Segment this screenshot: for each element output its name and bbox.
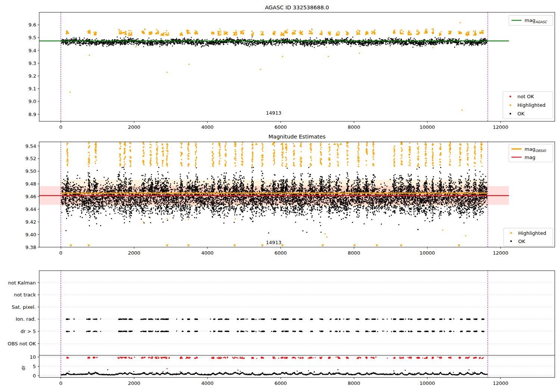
- dr-tick-label: 0: [33, 373, 36, 379]
- scatter-flags-row1: [66, 331, 484, 332]
- middle-chart-title: Magnitude Estimates: [39, 134, 555, 140]
- y-tick-label: 9.0: [28, 99, 36, 104]
- legend-label: OK: [518, 239, 525, 244]
- x-tick-label: 0: [59, 124, 62, 130]
- legend-label: mag: [525, 155, 535, 160]
- legend-label: Highlighted: [518, 230, 546, 236]
- x-tick-label: 6000: [274, 380, 287, 386]
- x-tick-label: 2000: [128, 380, 140, 386]
- scatter-not-ok-dr: [67, 357, 483, 368]
- clip-triangle-down: [376, 245, 378, 247]
- flag-row-label: not Kalman: [8, 280, 36, 286]
- x-tick-label: 0: [59, 250, 62, 256]
- dr-tick-label: 10: [29, 354, 36, 360]
- legend-label: Highlighted: [517, 102, 545, 108]
- x-tick-label: 2000: [128, 250, 140, 256]
- legend-dot-sample: [510, 104, 511, 106]
- y-tick-label: 9.6: [28, 22, 36, 28]
- x-tick-label: 6000: [274, 250, 287, 256]
- legend-dot-sample: [510, 96, 511, 97]
- y-tick-label: 8.9: [28, 112, 36, 117]
- top-chart-title: AGASC ID 332538688.0: [39, 4, 555, 10]
- clip-triangle-up: [333, 143, 336, 145]
- x-tick-label: 10000: [420, 124, 435, 130]
- clip-triangle-down: [353, 245, 356, 247]
- x-tick-label: 12000: [493, 124, 508, 130]
- legend-dot-sample: [510, 240, 512, 242]
- legend-dot-sample: [510, 232, 512, 234]
- clip-triangle-down: [400, 245, 402, 247]
- dr-axis-label: dr: [21, 365, 26, 370]
- clip-triangle-down: [69, 245, 72, 247]
- flag-row-label: Ion. rad.: [16, 316, 36, 322]
- y-tick-label: 9.46: [25, 194, 36, 199]
- y-tick-label: 9.52: [25, 156, 36, 161]
- clip-triangle-down: [321, 245, 324, 247]
- y-tick-label: 9.2: [28, 73, 36, 79]
- flag-row-label: OBS not OK: [8, 341, 36, 346]
- clip-triangle-up: [166, 143, 168, 145]
- y-tick-label: 9.48: [25, 181, 36, 187]
- clip-triangle-up: [459, 143, 461, 145]
- clip-triangle-up: [339, 143, 342, 145]
- x-tick-label: 0: [59, 380, 62, 386]
- x-tick-label: 8000: [348, 124, 360, 130]
- axes-spines: [39, 12, 555, 121]
- scatter-flags-row0: [66, 319, 484, 320]
- y-tick-label: 9.3: [28, 60, 36, 66]
- axes-spines: [39, 271, 555, 377]
- clip-triangle-up: [432, 143, 434, 145]
- x-tick-label: 12000: [493, 250, 508, 256]
- clip-triangle-up: [255, 143, 258, 145]
- legend-label: not OK: [517, 94, 534, 99]
- x-tick-label: 10000: [420, 380, 435, 386]
- dr-tick-label: 5: [33, 364, 36, 369]
- middle-chart-annotation: 14913: [251, 240, 296, 245]
- clip-triangle-down: [458, 245, 460, 247]
- figure-svg: 0200040006000800010000120008.99.09.19.29…: [0, 0, 560, 392]
- y-tick-label: 9.54: [25, 143, 36, 149]
- x-tick-label: 4000: [201, 124, 214, 130]
- figure: 0200040006000800010000120008.99.09.19.29…: [0, 0, 560, 392]
- x-tick-label: 8000: [348, 250, 360, 256]
- scatter-dr-trace: [61, 370, 487, 375]
- x-tick-label: 8000: [348, 380, 360, 386]
- clip-triangle-down: [166, 245, 168, 247]
- clip-triangle-down: [87, 245, 90, 247]
- y-tick-label: 9.40: [25, 232, 36, 237]
- legend-dot-sample: [510, 113, 511, 114]
- scatter-ok-top: [62, 37, 487, 47]
- flag-row-label: not track: [14, 292, 36, 298]
- clip-triangle-down: [187, 245, 190, 247]
- x-tick-label: 6000: [274, 124, 287, 130]
- scatter-highlighted-top: [66, 23, 483, 111]
- x-tick-label: 4000: [201, 380, 214, 386]
- y-tick-label: 9.38: [25, 245, 36, 250]
- y-tick-label: 9.44: [25, 206, 36, 212]
- x-tick-label: 2000: [128, 124, 140, 130]
- x-tick-label: 12000: [493, 380, 508, 386]
- x-tick-label: 10000: [420, 250, 435, 256]
- y-tick-label: 9.1: [28, 86, 36, 91]
- flag-row-label: Sat. pixel.: [12, 304, 36, 310]
- y-tick-label: 9.42: [25, 219, 36, 225]
- x-tick-label: 4000: [201, 250, 214, 256]
- clip-triangle-down: [233, 245, 236, 247]
- y-tick-label: 9.5: [28, 35, 36, 40]
- flag-row-label: dr > 5: [21, 329, 36, 334]
- y-tick-label: 9.4: [28, 48, 36, 53]
- clip-triangle-up: [372, 143, 375, 145]
- legend-label: OK: [517, 111, 525, 116]
- y-tick-label: 9.50: [25, 168, 36, 174]
- top-chart-annotation: 14913: [251, 110, 296, 116]
